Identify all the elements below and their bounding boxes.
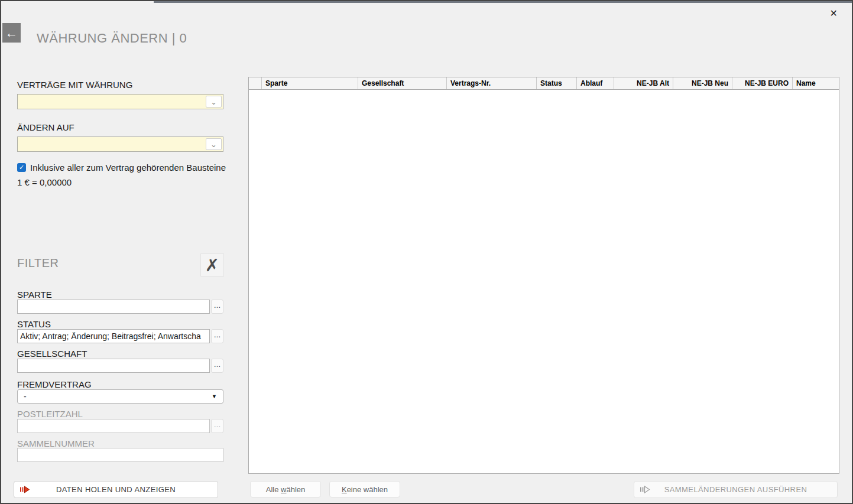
run-icon [20, 486, 30, 493]
filter-gesellschaft-label: GESELLSCHAFT [17, 349, 87, 359]
filter-sparte-browse-button[interactable]: … [211, 300, 223, 314]
select-all-button[interactable]: Alle wählen [250, 481, 321, 498]
filter-postleitzahl-browse-button[interactable]: … [211, 419, 223, 433]
fremdvertrag-value: - [24, 392, 27, 401]
ellipsis-icon: … [214, 421, 221, 429]
currency-from-combobox[interactable]: ⌄ [17, 94, 223, 109]
column-header-select[interactable] [249, 77, 262, 89]
include-modules-row: ✓ Inklusive aller zum Vertrag gehörenden… [17, 162, 226, 173]
filter-clear-button[interactable]: ✗ [200, 253, 224, 277]
filter-status-input[interactable] [17, 329, 210, 343]
column-header-vertrags-nr[interactable]: Vertrags-Nr. [447, 77, 537, 89]
select-none-button[interactable]: Keine wählen [329, 481, 400, 498]
column-header-name[interactable]: Name [793, 77, 839, 89]
exchange-rate-text: 1 € = 0,00000 [17, 177, 72, 187]
filter-fremdvertrag-select[interactable]: - ▼ [17, 389, 223, 404]
fetch-data-label: DATEN HOLEN UND ANZEIGEN [56, 485, 176, 494]
select-all-label: Alle wählen [266, 485, 306, 494]
currency-from-dropdown-button[interactable]: ⌄ [206, 96, 222, 108]
ellipsis-icon: … [214, 301, 221, 310]
filter-status-label: STATUS [17, 319, 51, 329]
currency-to-label: ÄNDERN AUF [17, 122, 74, 132]
filter-fremdvertrag-label: FREMDVERTRAG [17, 379, 92, 389]
clear-x-icon: ✗ [205, 255, 219, 275]
table-body-empty [249, 90, 839, 473]
check-icon: ✓ [19, 164, 24, 171]
column-header-ne-jb-alt[interactable]: NE-JB Alt [614, 77, 673, 89]
include-modules-checkbox[interactable]: ✓ [17, 163, 26, 172]
column-header-ne-jb-euro[interactable]: NE-JB EURO [732, 77, 793, 89]
execute-bulk-changes-button[interactable]: SAMMELÄNDERUNGEN AUSFÜHREN [634, 481, 838, 498]
chevron-down-icon: ⌄ [210, 140, 217, 149]
currency-to-dropdown-button[interactable]: ⌄ [206, 138, 222, 150]
column-header-gesellschaft[interactable]: Gesellschaft [358, 77, 447, 89]
filter-heading: FILTER [17, 256, 59, 270]
include-modules-label: Inklusive aller zum Vertrag gehörenden B… [30, 162, 226, 173]
page-title: WÄHRUNG ÄNDERN | 0 [37, 31, 187, 46]
run-icon-disabled [640, 486, 650, 493]
filter-postleitzahl-input[interactable] [17, 419, 210, 433]
ellipsis-icon: … [214, 360, 221, 369]
back-arrow-icon: ← [5, 26, 18, 40]
filter-sammelnummer-input[interactable] [17, 448, 223, 462]
background-window-edge [154, 1, 852, 3]
column-header-ne-jb-neu[interactable]: NE-JB Neu [673, 77, 732, 89]
column-header-ablauf[interactable]: Ablauf [577, 77, 614, 89]
select-none-label: Keine wählen [342, 485, 388, 494]
execute-bulk-changes-label: SAMMELÄNDERUNGEN AUSFÜHREN [664, 485, 807, 494]
filter-gesellschaft-input[interactable] [17, 359, 210, 373]
dialog-window: ← WÄHRUNG ÄNDERN | 0 ✕ VERTRÄGE MIT WÄHR… [0, 0, 853, 504]
close-icon: ✕ [830, 8, 838, 18]
back-button[interactable]: ← [2, 23, 21, 43]
contracts-table: Sparte Gesellschaft Vertrags-Nr. Status … [248, 77, 839, 474]
dropdown-triangle-icon: ▼ [212, 394, 217, 399]
currency-to-combobox[interactable]: ⌄ [17, 136, 223, 152]
filter-sparte-label: SPARTE [17, 290, 52, 300]
close-button[interactable]: ✕ [828, 6, 840, 20]
column-header-status[interactable]: Status [537, 77, 577, 89]
filter-postleitzahl-label: POSTLEITZAHL [17, 409, 83, 419]
ellipsis-icon: … [214, 331, 221, 339]
filter-sparte-input[interactable] [17, 300, 210, 314]
chevron-down-icon: ⌄ [210, 97, 217, 106]
filter-status-browse-button[interactable]: … [211, 329, 223, 343]
fetch-data-button[interactable]: DATEN HOLEN UND ANZEIGEN [14, 481, 218, 498]
column-header-sparte[interactable]: Sparte [262, 77, 358, 89]
filter-sammelnummer-label: SAMMELNUMMER [17, 438, 95, 448]
currency-from-label: VERTRÄGE MIT WÄHRUNG [17, 80, 132, 90]
filter-gesellschaft-browse-button[interactable]: … [211, 359, 223, 373]
table-header-row: Sparte Gesellschaft Vertrags-Nr. Status … [249, 77, 839, 90]
